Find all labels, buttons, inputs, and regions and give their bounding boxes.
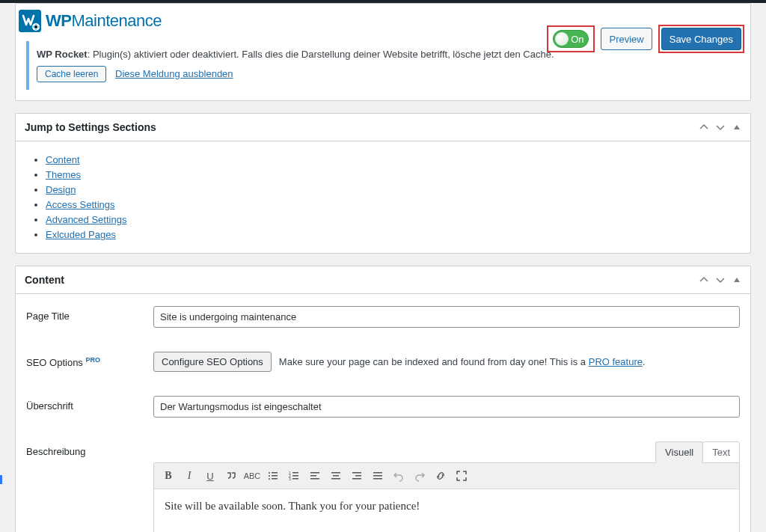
headline-input[interactable] — [153, 396, 740, 418]
chevron-down-icon[interactable] — [716, 123, 725, 132]
content-section-title: Content — [25, 274, 64, 286]
triangle-up-icon[interactable] — [732, 275, 741, 284]
svg-rect-19 — [331, 478, 340, 480]
preview-button[interactable]: Preview — [601, 28, 652, 50]
jump-link-advanced[interactable]: Advanced Settings — [46, 214, 126, 225]
triangle-up-icon[interactable] — [732, 123, 741, 132]
toggle-label: On — [571, 34, 583, 45]
editor-tab-text[interactable]: Text — [702, 441, 740, 463]
pro-feature-link[interactable]: PRO feature — [589, 356, 643, 367]
fullscreen-icon[interactable] — [452, 466, 471, 486]
editor-tab-visual[interactable]: Visuell — [655, 441, 703, 463]
toggle-knob-icon — [555, 32, 569, 46]
pro-badge: PRO — [86, 356, 101, 364]
chevron-up-icon[interactable] — [699, 275, 708, 284]
svg-text:3: 3 — [289, 477, 291, 481]
editor-content-area[interactable]: Site will be available soon. Thank you f… — [154, 489, 739, 532]
undo-icon[interactable] — [389, 466, 408, 486]
jump-link-excluded[interactable]: Exlcuded Pages — [46, 229, 116, 240]
jump-link-themes[interactable]: Themes — [46, 169, 81, 180]
svg-point-6 — [269, 478, 270, 480]
plugin-logo-text: WPMaintenance — [46, 11, 162, 31]
notice-prefix: WP Rocket — [37, 49, 88, 60]
svg-rect-9 — [292, 472, 298, 474]
seo-help-text: Make sure your page can be indexed and f… — [279, 356, 646, 367]
annotation-toggle-highlight: On — [547, 25, 595, 52]
bullet-list-icon[interactable] — [263, 466, 283, 486]
quote-icon[interactable] — [221, 466, 241, 486]
svg-rect-7 — [272, 478, 278, 480]
svg-rect-21 — [355, 475, 361, 477]
svg-rect-22 — [352, 478, 361, 480]
number-list-icon[interactable]: 123 — [284, 466, 304, 486]
seo-options-label: SEO Options PRO — [26, 352, 153, 368]
underline-icon[interactable]: U — [200, 466, 220, 486]
link-icon[interactable] — [431, 466, 450, 486]
redo-icon[interactable] — [410, 466, 429, 486]
editor-toolbar: B I U ABC 123 — [154, 463, 739, 489]
svg-point-4 — [269, 475, 270, 477]
jump-sections-title: Jump to Settings Sections — [25, 121, 156, 133]
svg-rect-14 — [310, 472, 319, 474]
maintenance-toggle[interactable]: On — [553, 30, 589, 48]
description-label: Beschreibung — [26, 441, 153, 457]
configure-seo-button[interactable]: Configure SEO Options — [153, 352, 272, 372]
svg-rect-17 — [331, 472, 340, 474]
svg-rect-5 — [272, 475, 278, 477]
content-section-box: Content Page Title SEO Options PRO Confi… — [15, 266, 751, 532]
jump-link-content[interactable]: Content — [46, 154, 80, 165]
wpmaintenance-logo-icon — [19, 10, 41, 32]
jump-list: Content Themes Design Access Settings Ad… — [26, 154, 740, 240]
chevron-up-icon[interactable] — [699, 123, 708, 132]
jump-link-access[interactable]: Access Settings — [46, 199, 115, 210]
postbox-tools — [699, 123, 741, 132]
clear-cache-button[interactable]: Cache leeren — [37, 66, 106, 82]
svg-rect-3 — [272, 472, 278, 474]
svg-rect-16 — [310, 478, 319, 480]
headline-label: Überschrift — [26, 396, 153, 412]
postbox-tools — [699, 275, 741, 284]
align-center-icon[interactable] — [326, 466, 346, 486]
bold-icon[interactable]: B — [159, 466, 178, 486]
svg-rect-13 — [292, 478, 298, 480]
italic-icon[interactable]: I — [180, 466, 199, 486]
chevron-down-icon[interactable] — [716, 275, 725, 284]
svg-rect-24 — [373, 475, 382, 477]
svg-rect-20 — [352, 472, 361, 474]
svg-rect-15 — [310, 475, 316, 477]
svg-rect-18 — [333, 475, 339, 477]
annotation-save-highlight: Save Changes — [658, 25, 744, 53]
page-title-input[interactable] — [153, 306, 740, 328]
align-justify-icon[interactable] — [368, 466, 387, 486]
strikethrough-icon[interactable]: ABC — [242, 466, 262, 486]
rich-text-editor: B I U ABC 123 — [153, 462, 740, 532]
plugin-header-panel: WPMaintenance On Preview Save Changes WP… — [15, 3, 751, 101]
jump-sections-box: Jump to Settings Sections Content Themes… — [15, 113, 751, 254]
align-right-icon[interactable] — [347, 466, 367, 486]
save-changes-button[interactable]: Save Changes — [661, 28, 741, 50]
svg-rect-25 — [373, 478, 382, 480]
svg-rect-23 — [373, 472, 382, 474]
jump-link-design[interactable]: Design — [46, 184, 76, 195]
svg-point-2 — [269, 472, 270, 474]
left-edge-accent — [0, 475, 2, 484]
svg-rect-11 — [292, 475, 298, 477]
dismiss-notice-link[interactable]: Diese Meldung ausblenden — [115, 68, 233, 79]
align-left-icon[interactable] — [305, 466, 325, 486]
notice-message: : Plugin(s) aktiviert oder deaktiviert. … — [88, 49, 554, 60]
page-title-label: Page Title — [26, 306, 153, 322]
